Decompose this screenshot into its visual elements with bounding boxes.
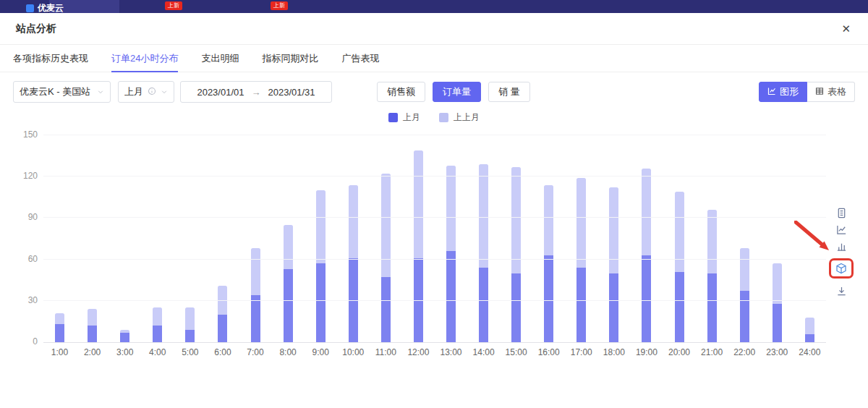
document-icon[interactable]	[834, 207, 848, 218]
stacked-bar[interactable]	[349, 135, 358, 342]
date-end: 2023/01/31	[268, 87, 315, 98]
bar-segment	[740, 291, 749, 342]
bar-segment	[805, 334, 814, 342]
stacked-bar[interactable]	[55, 135, 64, 342]
bar-column	[305, 135, 337, 342]
site-select[interactable]: 优麦云K - 美国站	[13, 81, 111, 103]
bar-segment	[511, 273, 521, 342]
metric-button-0[interactable]: 销售额	[377, 82, 425, 102]
stacked-bar[interactable]	[576, 135, 586, 342]
bar-segment	[88, 326, 97, 342]
y-tick-label: 0	[7, 336, 38, 347]
y-tick-label: 60	[7, 254, 38, 264]
y-tick-label: 90	[7, 212, 38, 222]
stacked-bar[interactable]	[544, 135, 553, 342]
x-tick-label: 6:00	[206, 347, 239, 357]
bar-column	[141, 135, 174, 342]
bar-segment	[446, 251, 456, 342]
bar-column	[663, 135, 695, 342]
bar-column	[565, 135, 597, 342]
bar-column	[597, 135, 630, 342]
stacked-bar[interactable]	[88, 135, 97, 342]
stacked-bar[interactable]	[773, 135, 782, 342]
line-chart-icon[interactable]	[834, 224, 848, 235]
stacked-bar[interactable]	[414, 135, 423, 342]
bar-segment	[675, 192, 684, 272]
bar-segment	[120, 333, 129, 342]
stacked-bar[interactable]	[284, 135, 293, 342]
tabs: 各项指标历史表现订单24小时分布支出明细指标同期对比广告表现	[0, 45, 868, 72]
legend-item-0[interactable]: 上月	[388, 111, 420, 124]
bar-segment	[185, 330, 195, 342]
x-tick-label: 13:00	[435, 347, 467, 357]
x-tick-label: 1:00	[43, 347, 76, 357]
bar-column	[109, 135, 141, 342]
gridline	[43, 259, 826, 260]
tab-1[interactable]: 订单24小时分布	[111, 45, 178, 72]
stacked-bar[interactable]	[511, 135, 521, 342]
view-toggle-label: 表格	[827, 85, 846, 98]
tab-3[interactable]: 指标同期对比	[262, 45, 318, 72]
x-axis-labels: 1:002:003:004:005:006:007:008:009:0010:0…	[43, 347, 826, 357]
bar-segment	[609, 187, 618, 273]
topbar: 优麦云 上新 上新	[0, 0, 868, 13]
stacked-bar[interactable]	[805, 135, 814, 342]
stacked-bar[interactable]	[381, 135, 391, 342]
view-toggle-0[interactable]: 图形	[759, 82, 807, 102]
bar-segment	[316, 263, 326, 342]
cube-icon[interactable]	[829, 258, 854, 279]
stacked-bar[interactable]	[185, 135, 195, 342]
tab-0[interactable]: 各项指标历史表现	[13, 45, 88, 72]
bar-chart-icon[interactable]	[834, 240, 848, 252]
bar-column	[761, 135, 793, 342]
tab-2[interactable]: 支出明细	[201, 45, 239, 72]
date-range-picker[interactable]: 2023/01/01 → 2023/01/31	[180, 81, 332, 103]
x-tick-label: 10:00	[337, 347, 370, 357]
bar-column	[532, 135, 565, 342]
filter-row: 优麦云K - 美国站 上月 2023/01/01 → 2023/01/31 销售…	[13, 81, 855, 103]
metric-button-2[interactable]: 销 量	[488, 82, 530, 102]
download-icon[interactable]	[834, 285, 848, 297]
stacked-bar[interactable]	[479, 135, 488, 342]
gridline	[43, 135, 826, 135]
x-tick-label: 3:00	[109, 347, 141, 357]
logo[interactable]: 优麦云	[26, 2, 64, 14]
x-tick-label: 8:00	[272, 347, 305, 357]
x-tick-label: 11:00	[370, 347, 402, 357]
stacked-bar[interactable]	[675, 135, 684, 342]
bar-segment	[414, 150, 423, 258]
bar-segment	[446, 166, 456, 251]
bar-column	[435, 135, 467, 342]
bar-segment	[479, 268, 488, 342]
bar-column	[174, 135, 206, 342]
modal-header: 站点分析 ✕	[0, 13, 868, 45]
bar-segment	[153, 307, 162, 326]
stacked-bar[interactable]	[120, 135, 129, 342]
logo-icon	[26, 4, 34, 12]
bar-segment	[805, 318, 814, 334]
bar-segment	[284, 269, 293, 342]
bar-column	[76, 135, 109, 342]
stacked-bar[interactable]	[251, 135, 260, 342]
stacked-bar[interactable]	[707, 135, 717, 342]
stacked-bar[interactable]	[316, 135, 326, 342]
stacked-bar[interactable]	[153, 135, 162, 342]
stacked-bar[interactable]	[218, 135, 227, 342]
stacked-bar[interactable]	[446, 135, 456, 342]
period-select[interactable]: 上月	[118, 81, 174, 103]
bar-column	[728, 135, 761, 342]
metric-button-1[interactable]: 订单量	[433, 82, 481, 102]
stacked-bar[interactable]	[642, 135, 651, 342]
tab-4[interactable]: 广告表现	[341, 45, 379, 72]
date-start: 2023/01/01	[197, 87, 244, 98]
bar-chart: 0306090120150	[43, 135, 826, 343]
view-toggle-1[interactable]: 表格	[807, 82, 855, 102]
stacked-bar[interactable]	[609, 135, 618, 342]
legend-item-1[interactable]: 上上月	[439, 111, 480, 124]
bar-column	[793, 135, 826, 342]
x-tick-label: 18:00	[597, 347, 630, 357]
bar-segment	[544, 255, 553, 342]
close-icon[interactable]: ✕	[841, 23, 851, 34]
stacked-bar[interactable]	[740, 135, 749, 342]
logo-text: 优麦云	[38, 2, 64, 14]
